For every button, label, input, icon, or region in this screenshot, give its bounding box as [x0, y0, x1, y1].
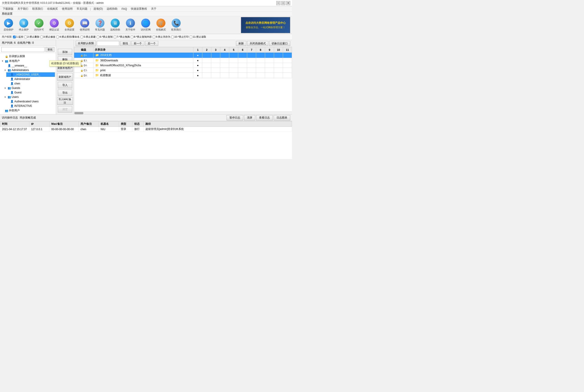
delete-button[interactable]: 删除: [58, 56, 72, 63]
interactive-label: INTERACTIVE: [14, 104, 32, 108]
external-label: 外部用户: [9, 109, 20, 112]
perm-no-modify[interactable]: 3-禁止修改: [40, 35, 56, 38]
access-permit-btn[interactable]: ✓ 访问许可: [32, 18, 46, 32]
manual-btn[interactable]: 📖 使用说明: [78, 18, 92, 32]
administrator-icon: 👤: [10, 77, 14, 81]
view-log-button[interactable]: 查看日志: [256, 115, 273, 120]
admin-group-icon: 👥: [8, 68, 11, 72]
file-search-input[interactable]: [97, 41, 119, 46]
close-adv-button[interactable]: 关闭高级模式: [247, 41, 268, 46]
refresh-domain-button[interactable]: 刷新域用户: [57, 73, 73, 81]
faq-btn[interactable]: ❓ 常见问题: [93, 18, 107, 32]
visit-web-btn[interactable]: 🌐 访问官网: [139, 18, 152, 32]
import-mac-button[interactable]: 导入MAC备注: [57, 97, 73, 105]
perm-no-cut[interactable]: 4-禁止剪切/重命名: [56, 35, 80, 38]
tree-hskddns[interactable]: 👤 _HSKDDNS_USER_: [6, 72, 55, 77]
clear-button[interactable]: 清空: [58, 106, 72, 112]
perm-no-copy-content[interactable]: 8-*禁止复制内容: [131, 35, 152, 38]
menu-manual[interactable]: 使用说明: [60, 6, 74, 11]
menu-buy[interactable]: 在线购买: [45, 6, 60, 11]
perm-no-print[interactable]: 10-*禁止打印: [171, 35, 189, 38]
refresh-local-button[interactable]: 刷新本地用户: [57, 64, 73, 72]
start-protection-btn[interactable]: ▶ 启动保护: [2, 18, 15, 32]
banner-line2: 获取全方位、一站式网络管理方案！: [246, 26, 285, 29]
tree-default-perm[interactable]: 🔒 目录默认权限: [1, 54, 55, 59]
menu-about2[interactable]: 关于: [149, 6, 158, 11]
title-bar: 大势至局域网共享文件管理系统 V15.0.107.0 Build212441 -…: [0, 0, 292, 6]
remote-assist-btn[interactable]: 🖥 远程协助: [109, 18, 122, 32]
global-settings-btn[interactable]: ⚙ 全局设置: [63, 18, 76, 32]
menu-download[interactable]: 下载新版: [1, 6, 15, 11]
close-button[interactable]: ✕: [286, 1, 290, 5]
user-search-input[interactable]: [1, 47, 45, 52]
tree-auth-users[interactable]: 👤 Authenticated Users: [6, 99, 55, 104]
menu-remote[interactable]: 远程协助: [105, 6, 119, 11]
tree-guests[interactable]: ▼ 👥 Guests: [4, 86, 55, 90]
pause-log-button[interactable]: 暂停日志: [227, 115, 243, 120]
file-table-row[interactable]: 🔒 E:\ 📁 360Downloads ●: [74, 58, 292, 63]
log-chart-button[interactable]: 日志图表: [274, 115, 290, 120]
file-table-row[interactable]: 🔒 C:\ 📁 print ●: [74, 68, 292, 73]
prev-button[interactable]: 前一个: [131, 41, 144, 46]
menu-quick-setup[interactable]: 快速设置教程: [129, 6, 149, 11]
hskddns-label: _HSKDDNS_USER_: [14, 73, 41, 76]
file-table-row[interactable]: 🔒 D:\ 📁 机密数据 ●: [74, 73, 292, 78]
switch-log-button[interactable]: 切换日志窗口: [269, 41, 290, 46]
log-table-container[interactable]: 时间 IP Mac/备注 用户/备注 机器名 类型 状态 路径 2021-04-…: [0, 121, 292, 159]
find-button[interactable]: 查找: [120, 41, 130, 46]
menu-contact[interactable]: 联系我们: [31, 6, 45, 11]
file-table-row[interactable]: 🔒 D:\ 📁 2018文档 ●: [74, 53, 292, 58]
search-area: 查找: [0, 46, 56, 53]
tree-local-users[interactable]: ▼ 👥 本地用户: [1, 59, 55, 64]
export-button[interactable]: 导出: [58, 90, 72, 96]
refresh-button[interactable]: 刷新: [236, 41, 246, 46]
menu-options[interactable]: 选项(O): [92, 6, 105, 11]
bind-auth-btn[interactable]: ⚙ 绑定认证: [48, 18, 61, 32]
perm-no-copy[interactable]: 6-*禁止复制: [97, 35, 113, 38]
col-disk: 磁盘: [74, 47, 94, 53]
phone-icon: 📞: [172, 18, 181, 28]
menu-faq2[interactable]: FAQ: [120, 7, 129, 11]
perm-no-new[interactable]: 5-禁止新建: [81, 35, 96, 38]
horizontal-scrollbar[interactable]: [74, 112, 292, 114]
clear-screen-button[interactable]: 清屏: [244, 115, 255, 120]
import-button[interactable]: 导入: [58, 82, 72, 88]
buy-label: 在线购买: [156, 28, 166, 31]
hskddns-icon: 👤: [10, 73, 14, 76]
perm-no-save-as[interactable]: 9-禁止另存为: [153, 35, 170, 38]
file-table-container[interactable]: 磁盘 共享目录 1 2 3 4 5 6 7 8 9 10 11: [74, 47, 292, 112]
user-search-button[interactable]: 查找: [46, 47, 55, 52]
minimize-button[interactable]: ─: [276, 1, 280, 5]
tree-vmware[interactable]: 👤 __vmware__: [4, 64, 55, 68]
log-table-row: 2021-04-12 15:17:37 127.0.0.1 00-00-00-0…: [0, 127, 292, 132]
tree-guest[interactable]: 👤 Guest: [6, 90, 55, 95]
log-col-status: 状态: [133, 122, 144, 127]
perm-no-delete[interactable]: 2-禁止删除: [24, 35, 40, 38]
perm-no-read[interactable]: 11-禁止读取: [190, 35, 206, 38]
sys-settings-bar: 系统设置: [0, 12, 292, 16]
toolbar-banner[interactable]: 点击访问大势至网络管理产品中心 获取全方位、一站式网络管理方案！: [241, 17, 290, 33]
menu-faq[interactable]: 常见问题: [75, 6, 89, 11]
right-panel: 全局默认权限 查找 前一个 后一个 刷新 关闭高级模式 切换日志窗口 磁盘: [74, 40, 292, 114]
buy-online-btn[interactable]: 🛒 在线购买: [154, 18, 168, 32]
tree-external-users[interactable]: 👥 外部用户: [1, 108, 55, 113]
contact-us-btn[interactable]: 📞 联系我们: [169, 18, 183, 32]
file-table-row[interactable]: 🔒 D:\ 📁 MicrosoftOffice2010_XiTongZhiJia…: [74, 63, 292, 68]
stop-protection-btn[interactable]: ⏸ 停止保护: [17, 18, 31, 32]
about-software-btn[interactable]: ℹ 关于软件: [124, 18, 137, 32]
tree-chen[interactable]: 👤 chen: [6, 81, 55, 86]
global-default-perm-button[interactable]: 全局默认权限: [76, 41, 96, 46]
tree-administrator[interactable]: 👤 Administrator: [6, 77, 55, 81]
perm-monitor[interactable]: 1-监控: [13, 35, 23, 38]
maximize-button[interactable]: □: [281, 1, 285, 5]
bind-icon: ⚙: [50, 18, 59, 28]
tree-users[interactable]: ▼ 👥 Users: [4, 95, 55, 99]
remote-icon: 🖥: [111, 18, 120, 28]
tree-interactive[interactable]: 👤 INTERACTIVE: [6, 104, 55, 108]
menu-about[interactable]: 关于我们: [16, 6, 30, 11]
administrator-label: Administrator: [14, 78, 30, 81]
tree-administrators[interactable]: ▼ 👥 Administrators: [4, 68, 55, 72]
perm-no-drag[interactable]: 7-*禁止拖拽: [114, 35, 130, 38]
next-button[interactable]: 后一个: [145, 41, 158, 46]
add-button[interactable]: 添加: [58, 49, 72, 55]
